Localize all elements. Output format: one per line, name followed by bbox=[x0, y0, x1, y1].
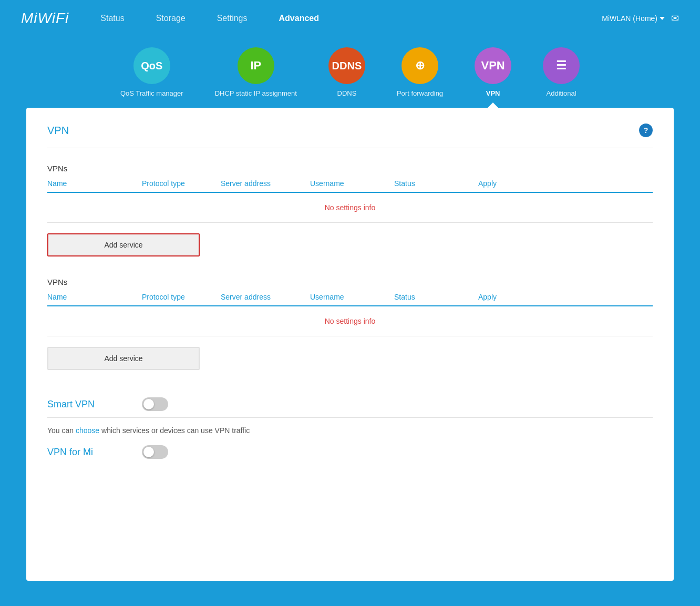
account-dropdown[interactable]: MiWLAN (Home) bbox=[602, 14, 665, 23]
smart-vpn-highlight: choose bbox=[76, 426, 99, 435]
dhcp-label: DHCP static IP assignment bbox=[215, 89, 297, 97]
col-header-username-1: Username bbox=[310, 179, 394, 188]
qos-icon-text: QoS bbox=[141, 60, 162, 72]
ddns-label: DDNS bbox=[337, 89, 357, 97]
vpn-table-header-2: Name Protocol type Server address Userna… bbox=[47, 293, 653, 306]
nav-portfwd[interactable]: ⊕ Port forwarding bbox=[397, 47, 443, 108]
mail-icon[interactable]: ✉ bbox=[671, 13, 679, 24]
additional-icon-text: ☰ bbox=[556, 59, 567, 73]
nav-dhcp[interactable]: IP DHCP static IP assignment bbox=[215, 47, 297, 108]
vpn-icon-circle: VPN bbox=[475, 47, 511, 84]
col-header-name-2: Name bbox=[47, 293, 142, 301]
qos-label: QoS Traffic manager bbox=[120, 89, 183, 97]
col-header-server-1: Server address bbox=[221, 179, 310, 188]
col-header-apply-1: Apply bbox=[478, 179, 653, 188]
no-settings-1: No settings info bbox=[47, 193, 653, 223]
chevron-down-icon bbox=[660, 17, 665, 20]
qos-icon-circle: QoS bbox=[133, 47, 170, 84]
additional-label: Additional bbox=[547, 89, 577, 97]
col-header-status-1: Status bbox=[394, 179, 478, 188]
col-header-protocol-2: Protocol type bbox=[142, 293, 221, 301]
nav-status[interactable]: Status bbox=[100, 14, 124, 23]
vpns-label-1: VPNs bbox=[47, 164, 653, 173]
vpn-table-header-1: Name Protocol type Server address Userna… bbox=[47, 179, 653, 193]
logo: MiWiFi bbox=[21, 10, 69, 27]
nav-additional[interactable]: ☰ Additional bbox=[543, 47, 580, 108]
portfwd-icon-circle: ⊕ bbox=[402, 47, 438, 84]
help-button[interactable]: ? bbox=[639, 124, 653, 137]
smart-vpn-section: Smart VPN You can choose which services … bbox=[47, 391, 653, 435]
section-header: VPN ? bbox=[47, 124, 653, 137]
icon-nav: QoS QoS Traffic manager IP DHCP static I… bbox=[0, 37, 700, 108]
vpns-label-2: VPNs bbox=[47, 278, 653, 286]
vpn-table-2: Name Protocol type Server address Userna… bbox=[47, 293, 653, 336]
account-name: MiWLAN (Home) bbox=[602, 14, 657, 23]
nav-storage[interactable]: Storage bbox=[156, 14, 186, 23]
vpn-label: VPN bbox=[486, 89, 500, 97]
col-header-name-1: Name bbox=[47, 179, 142, 188]
col-header-status-2: Status bbox=[394, 293, 478, 301]
vpns-section-1: VPNs Name Protocol type Server address U… bbox=[47, 164, 653, 223]
active-arrow bbox=[487, 102, 499, 109]
ddns-icon-circle: DDNS bbox=[328, 47, 365, 84]
add-service-button-2[interactable]: Add service bbox=[47, 347, 200, 370]
col-header-server-2: Server address bbox=[221, 293, 310, 301]
top-nav: MiWiFi Status Storage Settings Advanced … bbox=[0, 0, 700, 108]
nav-qos[interactable]: QoS QoS Traffic manager bbox=[120, 47, 183, 108]
no-settings-2: No settings info bbox=[47, 306, 653, 336]
vpn-for-mi-row: VPN for Mi bbox=[47, 435, 653, 465]
nav-right: MiWLAN (Home) ✉ bbox=[602, 13, 679, 24]
smart-vpn-label: Smart VPN bbox=[47, 399, 131, 410]
smart-vpn-description: You can choose which services or devices… bbox=[47, 418, 653, 435]
nav-advanced[interactable]: Advanced bbox=[279, 14, 319, 23]
ddns-icon-text: DDNS bbox=[332, 60, 362, 72]
dhcp-icon-circle: IP bbox=[238, 47, 274, 84]
nav-ddns[interactable]: DDNS DDNS bbox=[328, 47, 365, 108]
col-header-username-2: Username bbox=[310, 293, 394, 301]
smart-vpn-toggle[interactable] bbox=[142, 397, 168, 411]
vpn-table-1: Name Protocol type Server address Userna… bbox=[47, 179, 653, 223]
additional-icon-circle: ☰ bbox=[543, 47, 580, 84]
add-service-button-1[interactable]: Add service bbox=[47, 233, 200, 256]
section-title: VPN bbox=[47, 125, 69, 137]
vpn-icon-text: VPN bbox=[481, 59, 505, 73]
col-header-protocol-1: Protocol type bbox=[142, 179, 221, 188]
section-divider bbox=[47, 148, 653, 148]
portfwd-label: Port forwarding bbox=[397, 89, 443, 97]
vpn-for-mi-label: VPN for Mi bbox=[47, 447, 131, 458]
toggle-knob bbox=[143, 399, 154, 409]
nav-settings[interactable]: Settings bbox=[217, 14, 248, 23]
smart-vpn-row: Smart VPN bbox=[47, 391, 653, 418]
dhcp-icon-text: IP bbox=[250, 59, 261, 73]
vpn-for-mi-toggle[interactable] bbox=[142, 445, 168, 459]
portfwd-icon-text: ⊕ bbox=[415, 59, 425, 73]
col-header-apply-2: Apply bbox=[478, 293, 653, 301]
vpn-for-mi-toggle-knob bbox=[143, 447, 154, 457]
vpns-section-2: VPNs Name Protocol type Server address U… bbox=[47, 278, 653, 336]
nav-links: Status Storage Settings Advanced bbox=[100, 14, 602, 23]
nav-vpn[interactable]: VPN VPN bbox=[475, 47, 511, 108]
main-content: VPN ? VPNs Name Protocol type Server add… bbox=[26, 108, 674, 581]
